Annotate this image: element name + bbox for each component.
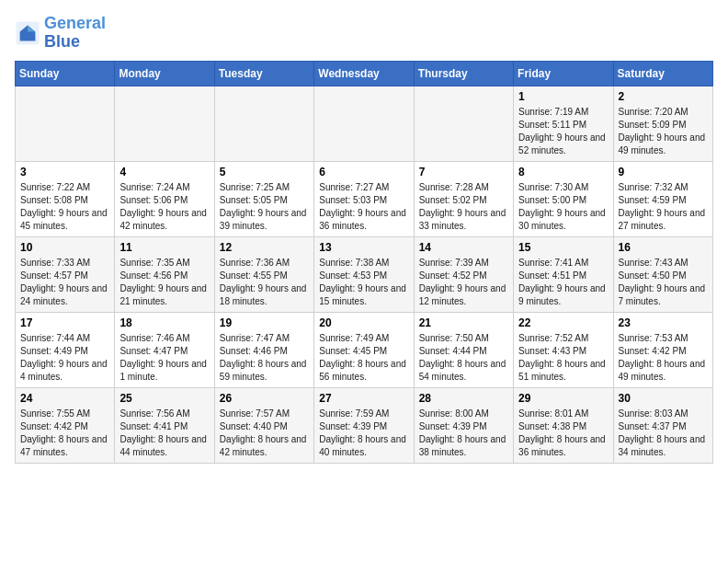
day-number: 22 — [518, 316, 608, 329]
day-number: 14 — [419, 241, 508, 254]
calendar-cell: 3Sunrise: 7:22 AM Sunset: 5:08 PM Daylig… — [16, 161, 115, 236]
day-info: Sunrise: 8:03 AM Sunset: 4:37 PM Dayligh… — [619, 408, 708, 459]
calendar-cell — [214, 86, 313, 161]
day-info: Sunrise: 7:24 AM Sunset: 5:06 PM Dayligh… — [119, 181, 209, 233]
day-number: 13 — [319, 241, 408, 254]
calendar-cell: 6Sunrise: 7:27 AM Sunset: 5:03 PM Daylig… — [314, 161, 414, 236]
day-number: 16 — [619, 241, 708, 254]
calendar-week-5: 24Sunrise: 7:55 AM Sunset: 4:42 PM Dayli… — [16, 387, 713, 463]
day-info: Sunrise: 7:38 AM Sunset: 4:53 PM Dayligh… — [319, 257, 408, 308]
day-number: 11 — [119, 241, 209, 254]
calendar-cell: 30Sunrise: 8:03 AM Sunset: 4:37 PM Dayli… — [613, 387, 712, 463]
day-number: 25 — [119, 392, 209, 405]
header-tuesday: Tuesday — [214, 61, 313, 86]
calendar-cell — [115, 86, 214, 161]
day-number: 18 — [119, 316, 209, 329]
calendar-cell: 22Sunrise: 7:52 AM Sunset: 4:43 PM Dayli… — [514, 312, 613, 387]
day-number: 15 — [518, 241, 608, 254]
day-number: 28 — [419, 392, 508, 405]
day-number: 5 — [220, 166, 309, 178]
calendar-cell: 29Sunrise: 8:01 AM Sunset: 4:38 PM Dayli… — [514, 387, 613, 463]
day-number: 30 — [619, 392, 708, 405]
calendar-cell: 8Sunrise: 7:30 AM Sunset: 5:00 PM Daylig… — [514, 161, 613, 236]
day-number: 23 — [619, 316, 708, 329]
day-number: 3 — [20, 166, 109, 178]
day-info: Sunrise: 7:25 AM Sunset: 5:05 PM Dayligh… — [220, 181, 309, 233]
day-info: Sunrise: 7:44 AM Sunset: 4:49 PM Dayligh… — [20, 332, 109, 384]
day-info: Sunrise: 7:53 AM Sunset: 4:42 PM Dayligh… — [619, 332, 708, 384]
calendar-cell: 5Sunrise: 7:25 AM Sunset: 5:05 PM Daylig… — [214, 161, 313, 236]
day-number: 24 — [20, 392, 109, 405]
header-monday: Monday — [115, 61, 214, 86]
page-header: General Blue — [15, 15, 713, 52]
calendar-cell — [314, 86, 414, 161]
calendar-cell: 26Sunrise: 7:57 AM Sunset: 4:40 PM Dayli… — [214, 387, 313, 463]
calendar-cell: 9Sunrise: 7:32 AM Sunset: 4:59 PM Daylig… — [613, 161, 712, 236]
day-info: Sunrise: 7:32 AM Sunset: 4:59 PM Dayligh… — [619, 181, 708, 233]
calendar-cell: 24Sunrise: 7:55 AM Sunset: 4:42 PM Dayli… — [16, 387, 115, 463]
day-info: Sunrise: 7:33 AM Sunset: 4:57 PM Dayligh… — [20, 257, 109, 308]
day-info: Sunrise: 7:22 AM Sunset: 5:08 PM Dayligh… — [20, 181, 109, 233]
day-info: Sunrise: 7:28 AM Sunset: 5:02 PM Dayligh… — [419, 181, 508, 233]
calendar-cell: 18Sunrise: 7:46 AM Sunset: 4:47 PM Dayli… — [115, 312, 214, 387]
calendar-cell: 10Sunrise: 7:33 AM Sunset: 4:57 PM Dayli… — [16, 236, 115, 312]
day-number: 6 — [319, 166, 408, 178]
calendar-week-4: 17Sunrise: 7:44 AM Sunset: 4:49 PM Dayli… — [16, 312, 713, 387]
day-number: 10 — [20, 241, 109, 254]
day-number: 8 — [518, 166, 608, 178]
header-saturday: Saturday — [613, 61, 712, 86]
calendar-header-row: SundayMondayTuesdayWednesdayThursdayFrid… — [16, 61, 713, 86]
day-info: Sunrise: 7:39 AM Sunset: 4:52 PM Dayligh… — [419, 257, 508, 308]
calendar-cell: 14Sunrise: 7:39 AM Sunset: 4:52 PM Dayli… — [414, 236, 513, 312]
calendar-cell: 7Sunrise: 7:28 AM Sunset: 5:02 PM Daylig… — [414, 161, 513, 236]
calendar-week-2: 3Sunrise: 7:22 AM Sunset: 5:08 PM Daylig… — [16, 161, 713, 236]
calendar-cell: 15Sunrise: 7:41 AM Sunset: 4:51 PM Dayli… — [514, 236, 613, 312]
calendar-cell: 1Sunrise: 7:19 AM Sunset: 5:11 PM Daylig… — [514, 86, 613, 161]
day-info: Sunrise: 7:30 AM Sunset: 5:00 PM Dayligh… — [518, 181, 608, 233]
day-info: Sunrise: 8:01 AM Sunset: 4:38 PM Dayligh… — [518, 408, 608, 459]
day-number: 29 — [518, 392, 608, 405]
calendar-cell: 28Sunrise: 8:00 AM Sunset: 4:39 PM Dayli… — [414, 387, 513, 463]
header-sunday: Sunday — [16, 61, 115, 86]
day-info: Sunrise: 7:59 AM Sunset: 4:39 PM Dayligh… — [319, 408, 408, 459]
day-info: Sunrise: 7:20 AM Sunset: 5:09 PM Dayligh… — [619, 106, 708, 157]
calendar-cell: 11Sunrise: 7:35 AM Sunset: 4:56 PM Dayli… — [115, 236, 214, 312]
day-info: Sunrise: 7:52 AM Sunset: 4:43 PM Dayligh… — [518, 332, 608, 384]
logo-icon — [15, 20, 40, 46]
day-number: 1 — [518, 90, 608, 103]
calendar-cell: 19Sunrise: 7:47 AM Sunset: 4:46 PM Dayli… — [214, 312, 313, 387]
day-info: Sunrise: 7:47 AM Sunset: 4:46 PM Dayligh… — [220, 332, 309, 384]
calendar-cell: 17Sunrise: 7:44 AM Sunset: 4:49 PM Dayli… — [16, 312, 115, 387]
day-number: 21 — [419, 316, 508, 329]
logo: General Blue — [15, 15, 106, 52]
logo-text: General Blue — [44, 15, 106, 52]
day-info: Sunrise: 7:57 AM Sunset: 4:40 PM Dayligh… — [220, 408, 309, 459]
day-number: 9 — [619, 166, 708, 178]
day-number: 27 — [319, 392, 408, 405]
calendar-cell: 20Sunrise: 7:49 AM Sunset: 4:45 PM Dayli… — [314, 312, 414, 387]
day-info: Sunrise: 7:35 AM Sunset: 4:56 PM Dayligh… — [119, 257, 209, 308]
calendar-table: SundayMondayTuesdayWednesdayThursdayFrid… — [15, 61, 713, 464]
day-number: 2 — [619, 90, 708, 103]
day-info: Sunrise: 7:36 AM Sunset: 4:55 PM Dayligh… — [220, 257, 309, 308]
calendar-cell: 2Sunrise: 7:20 AM Sunset: 5:09 PM Daylig… — [613, 86, 712, 161]
day-number: 17 — [20, 316, 109, 329]
calendar-cell: 12Sunrise: 7:36 AM Sunset: 4:55 PM Dayli… — [214, 236, 313, 312]
calendar-cell: 13Sunrise: 7:38 AM Sunset: 4:53 PM Dayli… — [314, 236, 414, 312]
day-info: Sunrise: 8:00 AM Sunset: 4:39 PM Dayligh… — [419, 408, 508, 459]
calendar-week-3: 10Sunrise: 7:33 AM Sunset: 4:57 PM Dayli… — [16, 236, 713, 312]
calendar-cell — [16, 86, 115, 161]
calendar-cell: 27Sunrise: 7:59 AM Sunset: 4:39 PM Dayli… — [314, 387, 414, 463]
day-info: Sunrise: 7:50 AM Sunset: 4:44 PM Dayligh… — [419, 332, 508, 384]
day-number: 20 — [319, 316, 408, 329]
calendar-cell: 4Sunrise: 7:24 AM Sunset: 5:06 PM Daylig… — [115, 161, 214, 236]
day-info: Sunrise: 7:27 AM Sunset: 5:03 PM Dayligh… — [319, 181, 408, 233]
calendar-cell — [414, 86, 513, 161]
calendar-cell: 23Sunrise: 7:53 AM Sunset: 4:42 PM Dayli… — [613, 312, 712, 387]
calendar-cell: 21Sunrise: 7:50 AM Sunset: 4:44 PM Dayli… — [414, 312, 513, 387]
header-friday: Friday — [514, 61, 613, 86]
day-info: Sunrise: 7:56 AM Sunset: 4:41 PM Dayligh… — [119, 408, 209, 459]
calendar-week-1: 1Sunrise: 7:19 AM Sunset: 5:11 PM Daylig… — [16, 86, 713, 161]
day-number: 26 — [220, 392, 309, 405]
day-info: Sunrise: 7:41 AM Sunset: 4:51 PM Dayligh… — [518, 257, 608, 308]
